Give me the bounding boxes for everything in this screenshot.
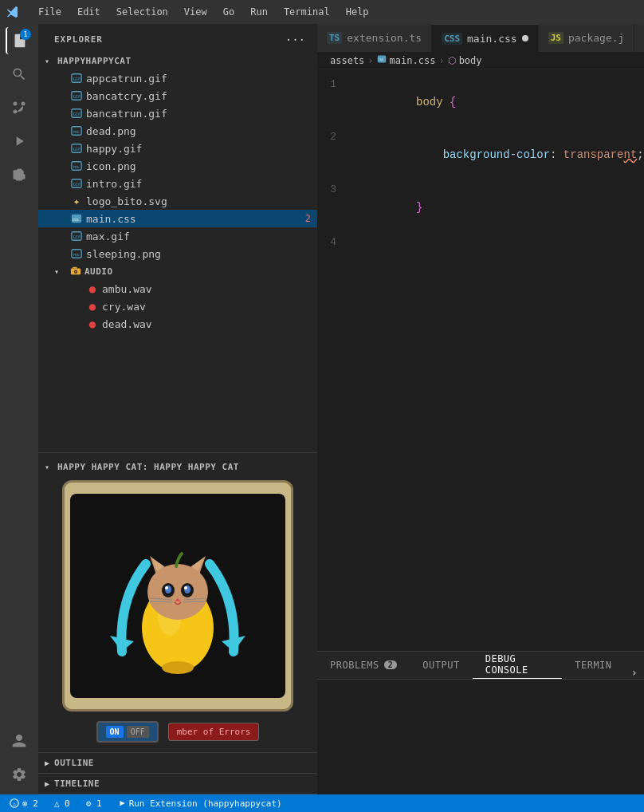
file-happy[interactable]: GIF happy.gif — [38, 140, 317, 157]
code-editor[interactable]: 1 body { 2 background-color: transparent… — [317, 69, 644, 651]
file-label: icon.png — [86, 160, 317, 172]
menu-run[interactable]: Run — [244, 5, 274, 19]
sidebar: Explorer ··· ▾ HAPPYHAPPYCAT GIF appcatr… — [38, 24, 317, 794]
timeline-section[interactable]: ▶ TIMELINE — [38, 774, 317, 794]
status-settings[interactable]: ⚙ 1 — [83, 798, 105, 809]
svg-point-0 — [14, 110, 18, 114]
status-run-extension[interactable]: Run Extension (happyhappycat) — [115, 798, 285, 809]
panel-chevron-icon[interactable]: › — [625, 666, 644, 679]
happycat-arrow-icon: ▾ — [45, 463, 57, 471]
wav-file-icon: ● — [86, 282, 99, 295]
svg-text:GIF: GIF — [73, 77, 80, 81]
activity-search[interactable] — [6, 61, 33, 88]
tab-main-css[interactable]: CSS main.css — [432, 24, 539, 52]
status-warning-count: △ 0 — [54, 798, 70, 809]
tab-extension-ts[interactable]: TS extension.ts — [317, 24, 432, 52]
status-errors[interactable]: ⚠ ⊗ 2 — [6, 798, 41, 809]
settings-icon — [11, 767, 27, 782]
breadcrumb-body[interactable]: body — [459, 55, 482, 66]
svg-text:CSS: CSS — [73, 218, 79, 222]
breadcrumb-maincss[interactable]: main.css — [390, 55, 436, 66]
svg-file-icon: ✦ — [70, 195, 83, 207]
code-line-2: 2 background-color: transparent; — [317, 128, 644, 181]
vscode-logo-icon — [6, 6, 19, 18]
toggle-button[interactable]: ON OFF — [96, 721, 159, 743]
file-maincss[interactable]: CSS main.css 2 — [38, 210, 317, 227]
file-logo[interactable]: ✦ logo_bito.svg — [38, 192, 317, 210]
audio-folder-icon — [70, 265, 81, 278]
panel-content — [317, 680, 644, 794]
css-selector: body — [416, 96, 443, 108]
menu-edit[interactable]: Edit — [71, 5, 107, 19]
file-appcatrun[interactable]: GIF appcatrun.gif — [38, 69, 317, 87]
happycat-body: ON OFF mber of Errors — [38, 477, 317, 749]
wav-file-icon: ● — [86, 300, 99, 313]
activity-extensions[interactable] — [6, 161, 33, 188]
menu-terminal[interactable]: Terminal — [277, 5, 336, 19]
file-icon[interactable]: PNG icon.png — [38, 157, 317, 175]
panel-tab-problems[interactable]: PROBLEMS 2 — [317, 651, 410, 679]
file-dead-wav[interactable]: ● dead.wav — [38, 315, 317, 333]
error-icon: ⚠ — [10, 798, 19, 808]
bottom-sections: ▶ OUTLINE ▶ TIMELINE — [38, 752, 317, 794]
css-colon: : — [550, 148, 564, 161]
breadcrumb-assets[interactable]: assets — [330, 55, 364, 66]
menu-view[interactable]: View — [178, 5, 214, 19]
file-bancatrun[interactable]: GIF bancatrun.gif — [38, 104, 317, 122]
svg-text:GIF: GIF — [73, 112, 80, 116]
css-file-icon: CSS — [70, 212, 83, 225]
panel-tab-debug[interactable]: DEBUG CONSOLE — [473, 651, 563, 679]
file-label: dead.png — [86, 125, 317, 137]
activity-explorer[interactable]: 1 — [6, 27, 33, 54]
activity-run[interactable] — [6, 128, 33, 155]
sidebar-more-icon[interactable]: ··· — [283, 32, 308, 48]
file-label: cry.wav — [102, 301, 317, 313]
file-sleeping[interactable]: PNG sleeping.png — [38, 245, 317, 262]
svg-text:PNG: PNG — [73, 253, 80, 257]
file-max[interactable]: GIF max.gif — [38, 227, 317, 245]
happycat-header[interactable]: ▾ HAPPY HAPPY CAT: HAPPY HAPPY CAT — [38, 456, 317, 477]
line-content: } — [349, 181, 644, 234]
outline-title: OUTLINE — [54, 758, 94, 768]
file-cry[interactable]: ● cry.wav — [38, 298, 317, 315]
menu-selection[interactable]: Selection — [110, 5, 175, 19]
file-label: sleeping.png — [86, 248, 317, 260]
panel-tab-terminal[interactable]: TERMIN — [562, 651, 624, 679]
file-label: intro.gif — [86, 178, 317, 190]
panel-tab-label: OUTPUT — [422, 660, 459, 671]
file-intro[interactable]: GIF intro.gif — [38, 175, 317, 192]
outline-section[interactable]: ▶ OUTLINE — [38, 753, 317, 774]
svg-text:GIF: GIF — [73, 235, 80, 239]
activity-account[interactable] — [6, 727, 33, 755]
wav-file-icon: ● — [86, 317, 99, 330]
error-display[interactable]: mber of Errors — [168, 723, 260, 741]
menu-go[interactable]: Go — [217, 5, 241, 19]
tab-bar: TS extension.ts CSS main.css JS package.… — [317, 24, 644, 52]
menu-help[interactable]: Help — [340, 5, 375, 19]
png-file-icon: PNG — [70, 124, 83, 137]
file-ambu[interactable]: ● ambu.wav — [38, 280, 317, 298]
file-label: bancatcry.gif — [86, 90, 317, 102]
panel-tab-output[interactable]: OUTPUT — [410, 651, 472, 679]
gif-file-icon: GIF — [70, 89, 83, 102]
audio-folder[interactable]: ▾ audio — [38, 262, 317, 280]
ts-icon: TS — [327, 32, 342, 44]
toggle-on-label: ON — [106, 726, 124, 738]
file-dead[interactable]: PNG dead.png — [38, 122, 317, 140]
folder-icon — [70, 265, 81, 276]
menu-file[interactable]: File — [32, 5, 68, 19]
git-icon — [11, 100, 27, 116]
svg-point-1 — [22, 102, 26, 106]
status-error-count: ⊗ 2 — [22, 798, 38, 809]
file-label: bancatrun.gif — [86, 108, 317, 120]
code-line-1: 1 body { — [317, 76, 644, 128]
file-bancatcry[interactable]: GIF bancatcry.gif — [38, 87, 317, 104]
panel-tab-label: TERMIN — [575, 660, 611, 671]
status-warnings[interactable]: △ 0 — [51, 798, 73, 809]
tab-package-json[interactable]: JS package.j — [539, 24, 635, 52]
activity-git[interactable] — [6, 94, 33, 121]
activity-settings[interactable] — [6, 761, 33, 788]
code-line-4: 4 — [317, 234, 644, 251]
root-folder[interactable]: ▾ HAPPYHAPPYCAT — [38, 52, 317, 69]
css-property: background-color — [443, 148, 550, 161]
